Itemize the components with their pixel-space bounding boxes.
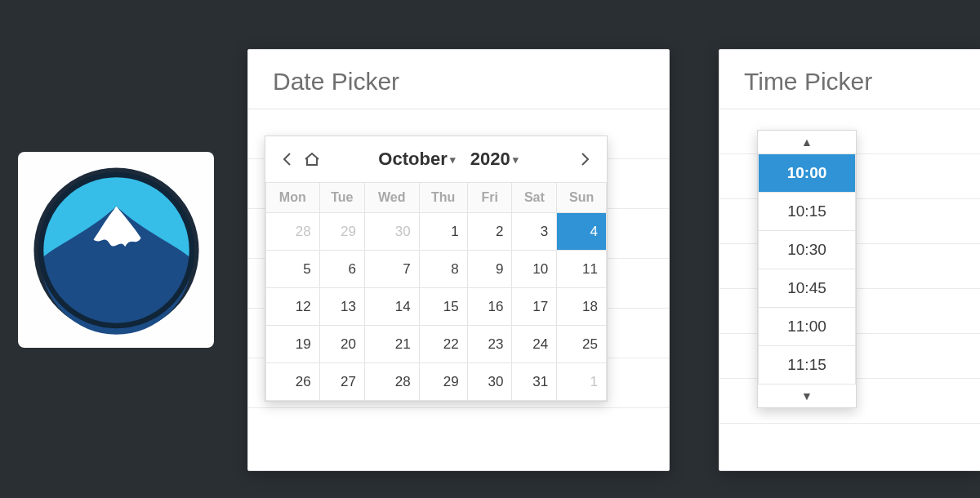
calendar-day[interactable]: 20 — [319, 326, 364, 363]
weekday-header: Fri — [467, 183, 512, 213]
prev-month-button[interactable] — [275, 147, 300, 171]
calendar-day[interactable]: 21 — [364, 326, 419, 363]
calendar-day[interactable]: 1 — [419, 213, 467, 251]
calendar-day[interactable]: 24 — [512, 326, 557, 363]
time-picker-title: Time Picker — [719, 50, 980, 109]
calendar-day[interactable]: 11 — [557, 251, 607, 288]
caret-down-icon: ▾ — [513, 153, 519, 166]
calendar-day[interactable]: 30 — [467, 363, 512, 401]
month-select[interactable]: October ▾ — [378, 149, 455, 170]
logo-tile — [18, 152, 214, 348]
weekday-header: Sun — [557, 183, 607, 213]
time-option[interactable]: 10:45 — [759, 269, 856, 308]
today-button[interactable] — [300, 147, 324, 171]
calendar-day[interactable]: 27 — [319, 363, 364, 401]
calendar-day[interactable]: 29 — [419, 363, 467, 401]
year-select[interactable]: 2020 ▾ — [470, 149, 519, 170]
calendar-day[interactable]: 19 — [266, 326, 320, 363]
calendar-nav: October ▾ 2020 ▾ — [265, 136, 607, 182]
calendar-day[interactable]: 28 — [266, 213, 320, 251]
home-icon — [304, 152, 320, 167]
calendar-day[interactable]: 25 — [557, 326, 607, 363]
calendar-day[interactable]: 31 — [512, 363, 557, 401]
time-popup: ▲ 10:0010:1510:3010:4511:0011:15 ▼ — [757, 130, 857, 408]
mountain-logo-icon — [29, 162, 204, 338]
time-scroll-up-button[interactable]: ▲ — [758, 131, 856, 153]
time-option[interactable]: 11:00 — [759, 308, 856, 346]
calendar-day[interactable]: 26 — [266, 363, 320, 401]
calendar-day[interactable]: 29 — [319, 213, 364, 251]
next-month-button[interactable] — [572, 147, 597, 171]
caret-down-icon: ▾ — [450, 153, 456, 166]
date-picker-title: Date Picker — [248, 50, 669, 109]
date-picker-panel: Date Picker October ▾ 2020 ▾ — [247, 49, 670, 471]
calendar-day[interactable]: 1 — [557, 363, 607, 401]
time-option[interactable]: 11:15 — [759, 346, 856, 385]
weekday-header: Wed — [364, 183, 419, 213]
calendar-day[interactable]: 9 — [467, 251, 512, 288]
calendar-day[interactable]: 28 — [364, 363, 419, 401]
calendar-day[interactable]: 10 — [512, 251, 557, 288]
calendar-day[interactable]: 16 — [467, 288, 512, 326]
calendar-popup: October ▾ 2020 ▾ MonTueWedThuFriSatSun 2… — [265, 136, 608, 402]
calendar-day[interactable]: 30 — [364, 213, 419, 251]
triangle-down-icon: ▼ — [801, 389, 813, 402]
weekday-header: Thu — [419, 183, 467, 213]
year-label: 2020 — [470, 149, 510, 170]
calendar-day[interactable]: 14 — [364, 288, 419, 326]
weekday-header: Mon — [266, 183, 320, 213]
calendar-day[interactable]: 22 — [419, 326, 467, 363]
calendar-day[interactable]: 15 — [419, 288, 467, 326]
time-option[interactable]: 10:15 — [759, 193, 856, 231]
time-picker-panel: Time Picker ▲ 10:0010:1510:3010:4511:001… — [719, 49, 980, 471]
month-label: October — [378, 149, 447, 170]
time-option[interactable]: 10:00 — [759, 154, 856, 193]
calendar-day[interactable]: 5 — [266, 251, 320, 288]
time-option[interactable]: 10:30 — [759, 231, 856, 269]
calendar-day[interactable]: 17 — [512, 288, 557, 326]
calendar-day[interactable]: 13 — [319, 288, 364, 326]
weekday-header: Sat — [512, 183, 557, 213]
calendar-day[interactable]: 6 — [319, 251, 364, 288]
calendar-grid: MonTueWedThuFriSatSun 282930123456789101… — [265, 182, 607, 401]
chevron-right-icon — [579, 152, 590, 167]
calendar-day[interactable]: 8 — [419, 251, 467, 288]
time-scroll-down-button[interactable]: ▼ — [758, 385, 856, 407]
calendar-day[interactable]: 2 — [467, 213, 512, 251]
calendar-day[interactable]: 3 — [512, 213, 557, 251]
calendar-day[interactable]: 4 — [557, 213, 607, 251]
triangle-up-icon: ▲ — [801, 136, 813, 149]
chevron-left-icon — [282, 152, 293, 167]
weekday-header: Tue — [319, 183, 364, 213]
calendar-day[interactable]: 23 — [467, 326, 512, 363]
calendar-day[interactable]: 7 — [364, 251, 419, 288]
calendar-day[interactable]: 12 — [266, 288, 320, 326]
calendar-day[interactable]: 18 — [557, 288, 607, 326]
